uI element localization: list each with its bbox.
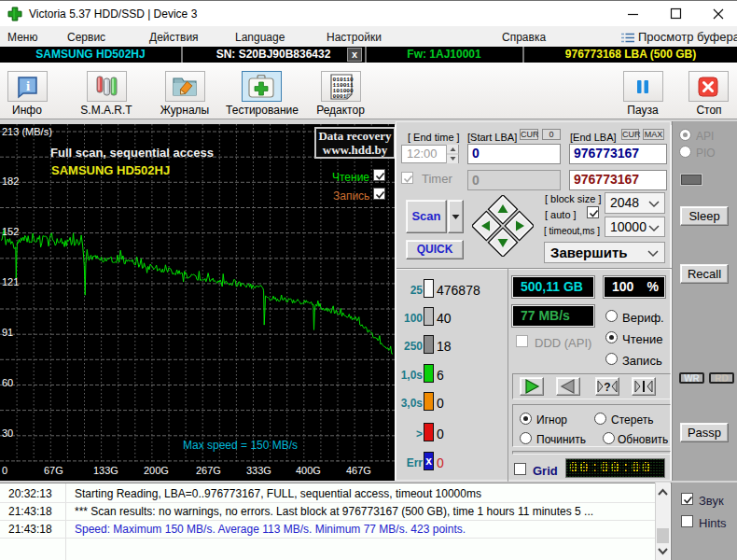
svg-text:0001: 0001 bbox=[333, 93, 347, 100]
svg-text:?: ? bbox=[604, 381, 610, 394]
svg-text:i: i bbox=[26, 78, 30, 93]
